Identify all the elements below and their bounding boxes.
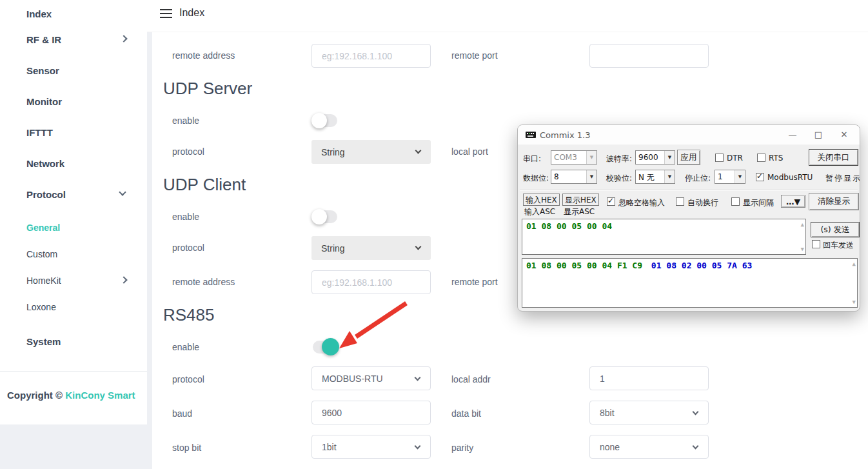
serial-port-combobox[interactable]: COM3▼ (551, 150, 597, 165)
clear-display-button[interactable]: 清除显示 (809, 193, 859, 210)
scroll-up-icon[interactable]: ▲ (801, 221, 804, 228)
data-bits-label: 数据位: (523, 173, 549, 184)
show-hex-toggle[interactable]: 显示HEX (562, 194, 599, 206)
rs485-local-addr-input[interactable] (589, 366, 709, 390)
sidebar: Index RF & IR Sensor Monitor IFTTT Netwo… (0, 0, 147, 424)
scroll-up-icon[interactable]: ▲ (853, 261, 856, 267)
dtr-checkbox[interactable] (715, 154, 724, 162)
rs485-enable-label: enable (172, 341, 199, 354)
udp-client-remote-address-label: remote address (172, 275, 235, 288)
minimize-button[interactable]: — (780, 125, 805, 145)
sidebar-item-sensor[interactable]: Sensor (26, 65, 59, 76)
baud-rate-combobox[interactable]: 9600▼ (635, 150, 675, 165)
separator (520, 190, 858, 190)
dropdown-arrow-icon: ▼ (664, 151, 675, 164)
udp-client-enable-label: enable (172, 210, 199, 223)
copyright: Copyright © KinCony Smart (7, 390, 135, 401)
toggle-knob (322, 338, 339, 355)
sidebar-item-homekit[interactable]: HomeKit (26, 275, 61, 286)
udp-client-title: UDP Client (163, 175, 246, 195)
remote-port-input[interactable] (589, 44, 709, 68)
data-bits-combobox[interactable]: 8▼ (551, 170, 597, 184)
sidebar-item-custom[interactable]: Custom (26, 249, 57, 259)
rs485-title: RS485 (163, 305, 215, 325)
maximize-button[interactable]: □ (805, 125, 831, 145)
sidebar-item-rf-ir[interactable]: RF & IR (26, 34, 61, 45)
scroll-down-icon[interactable]: ▼ (801, 246, 804, 252)
chevron-down-icon (119, 188, 126, 195)
input-hex-toggle[interactable]: 输入HEX (523, 194, 560, 206)
scroll-down-icon[interactable]: ▼ (853, 299, 856, 305)
toggle-knob (311, 209, 327, 225)
udp-client-protocol-select[interactable]: String (311, 236, 431, 260)
show-interval-checkbox[interactable] (731, 197, 740, 206)
commix-window: Commix 1.3 — □ ✕ 串口: COM3▼ 波特率: 9600▼ 应用… (517, 125, 860, 312)
sidebar-item-protocol[interactable]: Protocol (26, 189, 66, 200)
rs485-enable-toggle[interactable] (313, 341, 337, 354)
remote-address-label: remote address (172, 49, 235, 62)
hamburger-menu-icon[interactable] (160, 9, 172, 18)
chevron-down-icon (415, 375, 421, 381)
rs485-baud-input[interactable] (311, 401, 431, 424)
auto-wrap-label: 自动换行 (687, 197, 718, 208)
toggle-knob (311, 113, 327, 128)
sidebar-item-monitor[interactable]: Monitor (26, 96, 62, 107)
sidebar-item-general[interactable]: General (26, 223, 60, 233)
page-title: Index (179, 7, 204, 19)
udp-client-enable-toggle[interactable] (313, 210, 337, 223)
sidebar-item-network[interactable]: Network (26, 158, 64, 169)
enter-send-checkbox[interactable] (812, 240, 820, 248)
stop-bits-label: 停止位: (685, 173, 711, 184)
dropdown-arrow-icon: ▼ (586, 170, 597, 183)
sidebar-item-ifttt[interactable]: IFTTT (26, 127, 53, 138)
rts-label: RTS (769, 154, 783, 163)
input-asc-toggle[interactable]: 输入ASC (524, 206, 555, 217)
apply-button[interactable]: 应用 (677, 150, 700, 165)
enter-send-label: 回车发送 (823, 240, 854, 251)
udp-client-remote-address-input[interactable] (311, 270, 431, 294)
rs485-parity-select[interactable]: none (589, 435, 709, 459)
dropdown-arrow-icon: ▼ (664, 170, 675, 183)
output-area[interactable]: 01 08 00 05 00 04 F1 C9 01 08 02 00 05 7… (522, 258, 858, 308)
sidebar-item-system[interactable]: System (26, 336, 61, 347)
commix-window-title: Commix 1.3 (540, 130, 590, 140)
udp-server-protocol-label: protocol (172, 145, 204, 158)
close-button[interactable]: ✕ (831, 125, 857, 145)
auto-wrap-checkbox[interactable] (676, 197, 684, 206)
stop-bits-combobox[interactable]: 1▼ (715, 170, 745, 184)
baud-rate-label: 波特率: (606, 154, 632, 165)
ignore-space-checkbox[interactable] (607, 197, 615, 206)
parity-bits-combobox[interactable]: N 无▼ (635, 170, 675, 184)
show-asc-toggle[interactable]: 显示ASC (564, 206, 595, 217)
show-interval-label: 显示间隔 (743, 197, 774, 208)
rs485-protocol-select[interactable]: MODBUS-RTU (311, 366, 431, 390)
sidebar-item-index[interactable]: Index (26, 8, 52, 19)
rts-checkbox[interactable] (757, 154, 765, 162)
parity-bits-label: 校验位: (606, 173, 632, 184)
modbusrtu-checkbox[interactable] (756, 173, 764, 181)
received-hex-text: 01 08 02 00 05 7A 63 (651, 261, 753, 270)
chevron-down-icon (415, 443, 421, 450)
rs485-stop-bit-label: stop bit (172, 441, 201, 454)
top-bar: Index (147, 0, 868, 32)
kincony-link[interactable]: KinCony Smart (65, 390, 135, 401)
rs485-data-bit-select[interactable]: 8bit (589, 401, 709, 424)
remote-address-input[interactable] (311, 44, 431, 68)
pause-display-button[interactable]: 暂停显示 (825, 173, 860, 184)
udp-client-protocol-label: protocol (172, 241, 204, 254)
sidebar-item-loxone[interactable]: Loxone (26, 302, 56, 312)
rs485-stop-bit-select[interactable]: 1bit (311, 435, 431, 459)
ignore-space-label: 忽略空格输入 (618, 197, 665, 208)
commix-title-bar[interactable]: Commix 1.3 — □ ✕ (518, 125, 860, 145)
close-serial-button[interactable]: 关闭串口 (809, 149, 858, 166)
dropdown-arrow-icon: ▼ (586, 151, 597, 164)
udp-server-protocol-select[interactable]: String (311, 140, 431, 164)
send-input-area[interactable]: 01 08 00 05 00 04 ▲ ▼ (522, 219, 806, 255)
udp-server-title: UDP Server (163, 79, 252, 99)
serial-port-label: 串口: (523, 154, 541, 165)
udp-client-remote-port-label: remote port (451, 275, 498, 288)
udp-server-enable-toggle[interactable] (313, 114, 337, 127)
more-options-button[interactable]: …▼ (781, 195, 805, 208)
sidebar-divider (0, 371, 147, 372)
send-button[interactable]: (s) 发送 (811, 222, 860, 237)
